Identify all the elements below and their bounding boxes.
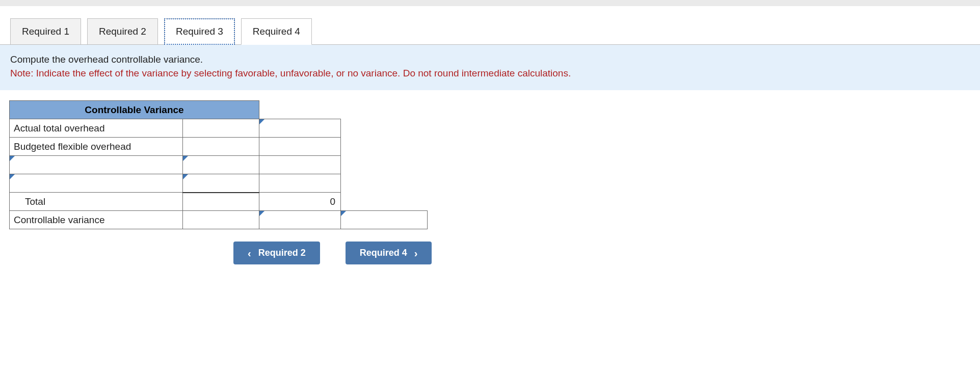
table-row: Controllable variance <box>10 211 428 229</box>
row-valB-input[interactable] <box>183 174 259 193</box>
chevron-left-icon: ‹ <box>248 248 251 258</box>
row-label-budgeted-overhead: Budgeted flexible overhead <box>10 138 183 156</box>
table-row-total: Total 0 <box>10 193 428 211</box>
row-label-controllable-variance: Controllable variance <box>10 211 183 229</box>
row-valB[interactable] <box>183 119 259 138</box>
row-valB[interactable] <box>183 138 259 156</box>
tab-required-2[interactable]: Required 2 <box>87 18 158 45</box>
row-valC[interactable] <box>259 138 341 156</box>
row-label-total: Total <box>10 193 183 211</box>
tab-required-4[interactable]: Required 4 <box>241 18 312 45</box>
table-row <box>10 156 428 174</box>
instruction-panel: Compute the overhead controllable varian… <box>0 44 980 90</box>
top-strip <box>0 0 980 6</box>
row-label-input-1[interactable] <box>10 156 183 174</box>
prev-button-label: Required 2 <box>258 248 306 258</box>
row-label-input-2[interactable] <box>10 174 183 193</box>
row-valB[interactable] <box>183 211 259 229</box>
table-row <box>10 174 428 193</box>
row-valC-total: 0 <box>259 193 341 211</box>
instruction-note: Note: Indicate the effect of the varianc… <box>10 67 970 81</box>
header-controllable-variance: Controllable Variance <box>10 101 259 119</box>
tab-label: Required 3 <box>176 26 223 37</box>
table-row: Actual total overhead <box>10 119 428 138</box>
nav-row: ‹ Required 2 Required 4 › <box>233 242 980 264</box>
tab-label: Required 4 <box>253 26 300 37</box>
tab-required-1[interactable]: Required 1 <box>10 18 81 45</box>
tab-label: Required 1 <box>22 26 69 37</box>
row-valC-input[interactable] <box>259 119 341 138</box>
tab-required-3[interactable]: Required 3 <box>164 18 235 45</box>
prev-button[interactable]: ‹ Required 2 <box>233 242 320 264</box>
row-valB[interactable] <box>183 193 259 211</box>
variance-table: Controllable Variance Actual total overh… <box>9 100 428 229</box>
table-header-row: Controllable Variance <box>10 101 428 119</box>
next-button-label: Required 4 <box>360 248 407 258</box>
table-row: Budgeted flexible overhead <box>10 138 428 156</box>
tab-row: Required 1 Required 2 Required 3 Require… <box>0 18 980 45</box>
chevron-right-icon: › <box>414 248 418 258</box>
row-valD-input[interactable] <box>341 211 428 229</box>
row-valC-input[interactable] <box>259 211 341 229</box>
next-button[interactable]: Required 4 › <box>346 242 432 264</box>
row-valB-input[interactable] <box>183 156 259 174</box>
row-label-actual-overhead: Actual total overhead <box>10 119 183 138</box>
row-valC[interactable] <box>259 174 341 193</box>
instruction-main: Compute the overhead controllable varian… <box>10 53 970 67</box>
row-valC[interactable] <box>259 156 341 174</box>
tab-label: Required 2 <box>99 26 146 37</box>
